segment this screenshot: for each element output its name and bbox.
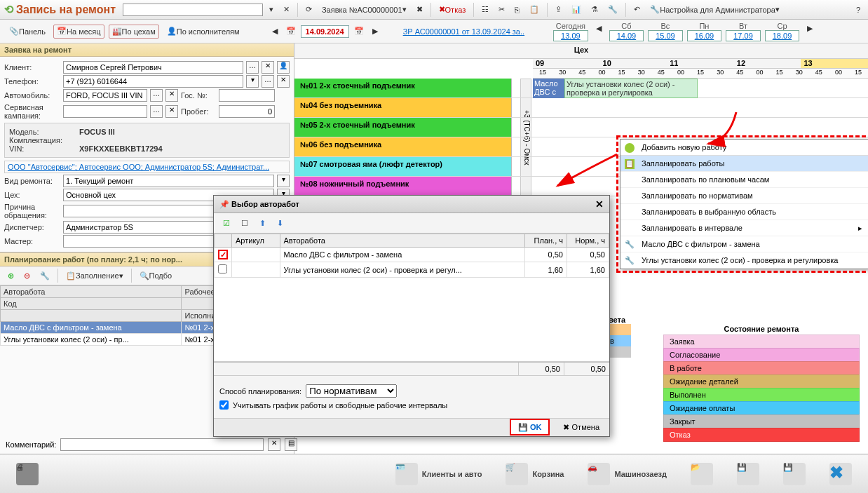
table-row[interactable]: ✓ Масло ДВС с фильтром - замена0,500,50 [215, 248, 609, 262]
refresh-icon[interactable]: ⟳ [302, 3, 316, 17]
day-btn-3[interactable]: 16.09 [687, 30, 722, 41]
doc-link[interactable]: ЗР АС00000001 от 13.09.2024 за.. [400, 25, 528, 39]
comment-clear-icon[interactable]: ✕ [268, 438, 280, 451]
ctx-work-1[interactable]: 🔧Масло ДВС с фильтром - замена [621, 236, 868, 252]
id-card-icon: 🪪 [395, 463, 418, 485]
tools-icon[interactable]: 🔧 [604, 3, 621, 17]
day-btn-2[interactable]: 15.09 [648, 30, 683, 41]
panel-toggle[interactable]: 📎 Панель [6, 25, 49, 39]
person-icon[interactable]: 👤 [277, 61, 290, 74]
date-picker-icon[interactable]: 📅 [351, 25, 367, 39]
current-date[interactable]: 14.09.2024 [301, 25, 349, 38]
gos-input[interactable] [219, 89, 275, 102]
workplace-row[interactable]: №05 2-х стоечный подъемник [294, 118, 868, 137]
ok-button[interactable]: 💾 OK [510, 419, 550, 435]
reject-button[interactable]: ✖ Отказ [435, 3, 470, 17]
day-btn-1[interactable]: 14.09 [609, 30, 644, 41]
ctx-plan-norms[interactable]: Запланировать по нормативам [621, 188, 868, 204]
chart-icon[interactable]: 📊 [568, 3, 585, 17]
checkbox[interactable] [218, 264, 227, 273]
phone-lookup-icon[interactable]: … [262, 75, 274, 88]
prev-date-icon[interactable]: ◀ [269, 25, 281, 39]
type-input[interactable] [63, 175, 274, 187]
clients-button[interactable]: 🪪Клиенты и авто [388, 458, 490, 490]
export-icon[interactable]: ⇪ [552, 3, 565, 17]
client-input[interactable] [63, 61, 243, 74]
dropdown-icon[interactable]: ▾ [266, 3, 277, 17]
car-in-button[interactable]: 🚗Машинозаезд [580, 458, 674, 490]
edit-work-icon[interactable]: 🔧 [36, 269, 53, 283]
open-button[interactable]: 📂 [683, 458, 721, 490]
car-input[interactable] [63, 89, 147, 102]
ctx-plan-hours[interactable]: Запланировать по плановым часам [621, 172, 868, 188]
srv-lookup-icon[interactable]: … [150, 105, 163, 118]
car-lookup-icon[interactable]: … [150, 89, 163, 102]
save-as-button[interactable]: 💾 [775, 458, 813, 490]
down-icon[interactable]: ⬇ [273, 216, 287, 230]
close-button[interactable]: ✖ [822, 458, 860, 490]
method-select[interactable]: По нормативам [306, 384, 397, 398]
checkbox[interactable]: ✓ [218, 250, 228, 259]
cart-button[interactable]: 🛒Корзина [498, 458, 571, 490]
workplace-row[interactable]: №04 без подъемника [294, 98, 868, 118]
legend-item: Закрыт [663, 414, 860, 428]
back-icon[interactable]: ⟲ [4, 3, 13, 16]
by-shop-view[interactable]: 🏭 По цехам [109, 25, 159, 39]
type-dd-icon[interactable]: ▾ [277, 175, 290, 187]
more-button[interactable]: 🔍 Подбо [136, 269, 176, 283]
ctx-add-work[interactable]: Добавить новую работу [621, 140, 868, 156]
copy-icon[interactable]: ⎘ [511, 3, 523, 17]
month-view[interactable]: 📅 На месяц [53, 25, 104, 39]
srv-clear-icon[interactable]: ✕ [165, 105, 178, 118]
comment-expand-icon[interactable]: ▤ [285, 438, 297, 451]
fill-dropdown[interactable]: 📋 Заполнение ▾ [62, 269, 127, 283]
print-button[interactable]: 🖨 [8, 458, 46, 490]
help-icon[interactable]: ? [853, 3, 864, 17]
phone-dd-icon[interactable]: ▾ [246, 75, 259, 88]
ctx-plan-works[interactable]: 📋Запланировать работы [621, 156, 868, 172]
paste-icon[interactable]: 📋 [526, 3, 543, 17]
filter-icon[interactable]: ⚗ [588, 3, 602, 17]
mileage-input[interactable] [219, 105, 275, 118]
ctx-work-2[interactable]: 🔧Углы установки колес (2 оси) - проверка… [621, 252, 868, 269]
schedule-checkbox[interactable] [219, 400, 229, 410]
select-all-icon[interactable]: ☑ [219, 216, 233, 230]
page-title: ⟲ Запись на ремонт [4, 3, 116, 16]
add-work-icon[interactable]: ⊕ [4, 269, 18, 283]
ctx-plan-interval[interactable]: Запланировать в интервале [621, 220, 868, 236]
comment-input[interactable] [60, 438, 264, 451]
scroll-left-icon[interactable]: ◀ [592, 22, 605, 36]
day-btn-5[interactable]: 18.09 [765, 30, 800, 41]
clear-icon[interactable]: ✕ [280, 3, 293, 17]
calendar-icon[interactable]: 📅 [283, 25, 299, 39]
delete-icon[interactable]: ✖ [413, 3, 426, 17]
save-button[interactable]: 💾 [729, 458, 767, 490]
settings-dropdown[interactable]: 🔧 Настройка для Администратора ▾ [646, 3, 783, 17]
next-date-icon[interactable]: ▶ [369, 25, 381, 39]
ctx-plan-area[interactable]: Запланировать в выбранную область [621, 204, 868, 220]
day-btn-4[interactable]: 17.09 [726, 30, 761, 41]
srv-input[interactable] [63, 105, 147, 118]
phone-input[interactable] [63, 75, 243, 88]
cut-icon[interactable]: ✂ [495, 3, 508, 17]
lookup-icon[interactable]: … [246, 61, 259, 74]
pin-icon[interactable]: 📌 [219, 200, 229, 209]
view-toolbar: 📎 Панель 📅 На месяц 🏭 По цехам 👤 По испо… [0, 20, 868, 43]
deselect-all-icon[interactable]: ☐ [238, 216, 252, 230]
close-icon[interactable]: ✕ [595, 198, 604, 210]
org-link[interactable]: ООО "Автосервис"; Автосервис ООО; Админи… [4, 161, 290, 173]
undo-icon[interactable]: ↶ [630, 3, 644, 17]
list-icon[interactable]: ☷ [478, 3, 492, 17]
day-btn-0[interactable]: 13.09 [553, 30, 588, 41]
del-work-icon[interactable]: ⊖ [20, 269, 34, 283]
phone-clear-icon[interactable]: ✕ [277, 75, 290, 88]
request-dropdown[interactable]: Заявка №АС00000001 ▾ [318, 3, 410, 17]
by-exec-view[interactable]: 👤 По исполнителям [163, 25, 243, 39]
search-input[interactable] [123, 4, 263, 16]
cancel-button[interactable]: ✖ Отмена [557, 420, 605, 434]
car-clear-icon[interactable]: ✕ [165, 89, 178, 102]
clear-client-icon[interactable]: ✕ [262, 61, 274, 74]
table-row[interactable]: Углы установки колес (2 оси) - проверка … [215, 262, 609, 278]
scroll-right-icon[interactable]: ▶ [803, 22, 816, 36]
up-icon[interactable]: ⬆ [256, 216, 269, 230]
